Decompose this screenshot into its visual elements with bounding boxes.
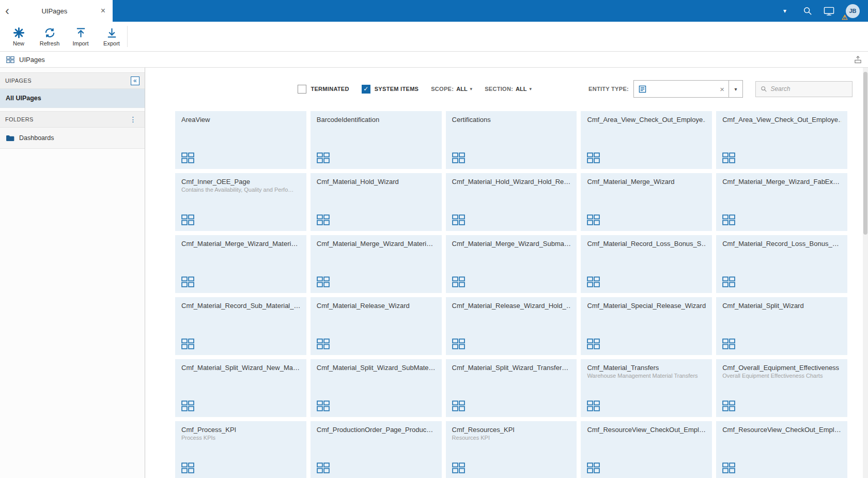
topbar-actions: ▾ JB ⚠ — [113, 0, 868, 22]
uipage-grid-icon — [181, 462, 194, 473]
vertical-scrollbar[interactable] — [863, 68, 868, 478]
uipage-grid-icon — [587, 400, 600, 411]
uipage-tile[interactable]: Cmf_Material_Split_Wizard — [716, 297, 847, 355]
system-items-checkbox[interactable]: ✓ — [362, 85, 370, 94]
uipage-tile[interactable]: Cmf_Material_Merge_Wizard — [581, 173, 712, 231]
uipage-tile[interactable]: Cmf_Material_Merge_Wizard_FabEx… — [716, 173, 847, 231]
uipage-tile[interactable]: Cmf_Inner_OEE_Page Contains the Availabi… — [175, 173, 306, 231]
export-icon — [106, 27, 118, 39]
breadcrumb: UIPages — [0, 52, 868, 68]
tile-title: Cmf_Resources_KPI — [452, 426, 571, 434]
content: ✓ TERMINATED ✓ SYSTEM ITEMS SCOPE: ALL ▾… — [145, 68, 868, 478]
uipage-tile[interactable]: Cmf_Material_Release_Wizard — [311, 297, 442, 355]
uipage-tile[interactable]: Cmf_Material_Merge_Wizard_Materi… — [311, 235, 442, 293]
folders-menu-icon[interactable]: ⋮ — [127, 115, 140, 124]
sidebar-item-dashboards[interactable]: Dashboards — [0, 128, 145, 149]
uipage-tile[interactable]: Cmf_Material_Split_Wizard_New_Ma… — [175, 359, 306, 417]
entity-type-caret-button[interactable]: ▾ — [729, 81, 742, 97]
expand-panel-icon[interactable] — [854, 56, 862, 64]
uipage-tile[interactable]: Cmf_Resources_KPI Resources KPI — [446, 421, 577, 478]
avatar-initials: JB — [849, 8, 856, 14]
tile-title: Cmf_Material_Split_Wizard_SubMate… — [317, 364, 436, 372]
uipage-tile[interactable]: Cmf_Material_Record_Loss_Bonus_… — [716, 235, 847, 293]
chevron-down-icon[interactable]: ▾ — [783, 7, 786, 14]
terminated-label: TERMINATED — [311, 86, 349, 92]
scrollbar-thumb[interactable] — [863, 72, 867, 235]
collapse-sidebar-icon[interactable]: « — [131, 76, 140, 85]
tile-title: Cmf_Material_Merge_Wizard_Materi… — [181, 240, 300, 248]
uipage-tile[interactable]: Cmf_Material_Split_Wizard_Transfer… — [446, 359, 577, 417]
uipage-tile[interactable]: Cmf_Material_Release_Wizard_Hold_… — [446, 297, 577, 355]
tile-title: Cmf_ResourceView_CheckOut_Empl… — [587, 426, 706, 434]
uipage-tile[interactable]: Certifications — [446, 111, 577, 169]
tile-title: AreaView — [181, 116, 300, 124]
close-tab-icon[interactable]: × — [99, 6, 107, 16]
section-dropdown[interactable]: SECTION: ALL ▾ — [485, 86, 532, 92]
uipage-tile[interactable]: BarcodeIdentification — [311, 111, 442, 169]
new-button-label: New — [13, 40, 24, 47]
sidebar: UIPAGES « All UIPages FOLDERS ⋮ Dashboar… — [0, 68, 145, 478]
terminated-checkbox[interactable]: ✓ — [298, 85, 306, 94]
uipage-grid-icon — [317, 462, 330, 473]
system-items-label: SYSTEM ITEMS — [375, 86, 419, 92]
uipage-grid-icon — [181, 152, 194, 163]
uipage-tile[interactable]: Cmf_Material_Split_Wizard_SubMate… — [311, 359, 442, 417]
scope-dropdown[interactable]: SCOPE: ALL ▾ — [431, 86, 472, 92]
uipage-tile[interactable]: Cmf_Material_Record_Sub_Material_… — [175, 297, 306, 355]
import-button[interactable]: Import — [65, 22, 96, 51]
uipage-tile[interactable]: Cmf_Material_Transfers Warehouse Managem… — [581, 359, 712, 417]
uipage-tile[interactable]: Cmf_Material_Hold_Wizard_Hold_Re… — [446, 173, 577, 231]
monitor-icon[interactable] — [824, 6, 834, 16]
uipage-tile[interactable]: Cmf_Material_Merge_Wizard_Subma… — [446, 235, 577, 293]
tile-title: Cmf_Inner_OEE_Page — [181, 178, 300, 186]
search-input[interactable] — [770, 85, 847, 92]
uipage-tile[interactable]: Cmf_ProductionOrder_Page_Produc… — [311, 421, 442, 478]
uipage-grid-icon — [722, 400, 735, 411]
sidebar-item-all-uipages-label: All UIPages — [6, 95, 41, 102]
uipage-tile[interactable]: Cmf_Overall_Equipment_Effectiveness Over… — [716, 359, 847, 417]
main-area: UIPAGES « All UIPages FOLDERS ⋮ Dashboar… — [0, 68, 868, 478]
uipage-tile[interactable]: Cmf_Area_View_Check_Out_Employe… — [581, 111, 712, 169]
back-icon[interactable]: ‹ — [5, 5, 9, 17]
tile-description: Resources KPI — [452, 435, 571, 441]
terminated-filter: ✓ TERMINATED — [298, 85, 349, 94]
tile-title: Cmf_Material_Merge_Wizard_FabEx… — [722, 178, 841, 186]
uipage-tile[interactable]: Cmf_ResourceView_CheckOut_Empl… — [581, 421, 712, 478]
uipage-grid-icon — [452, 214, 465, 225]
avatar[interactable]: JB ⚠ — [846, 4, 860, 18]
uipage-tile[interactable]: Cmf_Material_Merge_Wizard_Materi… — [175, 235, 306, 293]
new-button[interactable]: New — [3, 22, 34, 51]
sidebar-item-all-uipages[interactable]: All UIPages — [0, 89, 145, 108]
uipage-tile[interactable]: Cmf_Material_Hold_Wizard — [311, 173, 442, 231]
tile-title: Cmf_Material_Release_Wizard_Hold_… — [452, 302, 571, 310]
import-icon — [75, 27, 87, 39]
entity-type-combobox[interactable]: × ▾ — [633, 80, 743, 98]
export-button[interactable]: Export — [96, 22, 127, 51]
uipage-tile[interactable]: Cmf_Process_KPI Process KPIs — [175, 421, 306, 478]
uipages-grid: AreaView BarcodeIdentification Certifica… — [175, 111, 847, 478]
uipage-grid-icon — [452, 338, 465, 349]
sidebar-header-folders: FOLDERS ⋮ — [0, 111, 145, 128]
tab-uipages[interactable]: ‹ UIPages × — [0, 0, 113, 22]
uipage-grid-icon — [722, 338, 735, 349]
topbar: ‹ UIPages × ▾ JB ⚠ — [0, 0, 868, 22]
tile-title: Cmf_Process_KPI — [181, 426, 300, 434]
refresh-button[interactable]: Refresh — [34, 22, 65, 51]
uipage-tile[interactable]: AreaView — [175, 111, 306, 169]
entity-type-filter: ENTITY TYPE: × ▾ — [588, 80, 743, 98]
uipage-grid-icon — [587, 338, 600, 349]
uipage-grid-icon — [722, 214, 735, 225]
uipage-tile[interactable]: Cmf_ResourceView_CheckOut_Empl… — [716, 421, 847, 478]
refresh-icon — [44, 27, 56, 39]
uipage-tile[interactable]: Cmf_Area_View_Check_Out_Employe… — [716, 111, 847, 169]
tile-title: Cmf_Area_View_Check_Out_Employe… — [587, 116, 706, 124]
toolbar-divider — [127, 26, 128, 47]
uipage-tile[interactable]: Cmf_Material_Record_Loss_Bonus_S… — [581, 235, 712, 293]
uipage-tile[interactable]: Cmf_Material_Special_Release_Wizard — [581, 297, 712, 355]
search-icon[interactable] — [803, 6, 812, 16]
uipage-grid-icon — [181, 338, 194, 349]
uipage-grid-icon — [587, 214, 600, 225]
tile-title: Cmf_Material_Merge_Wizard — [587, 178, 706, 186]
tile-description: Process KPIs — [181, 435, 300, 441]
clear-icon[interactable]: × — [716, 85, 729, 94]
